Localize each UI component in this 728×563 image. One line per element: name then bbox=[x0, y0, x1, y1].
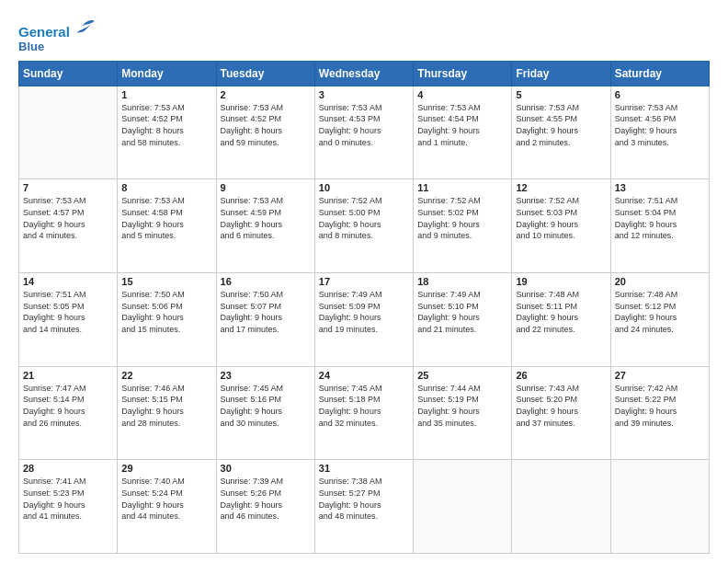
calendar-cell: 14Sunrise: 7:51 AM Sunset: 5:05 PM Dayli… bbox=[19, 273, 118, 367]
day-info: Sunrise: 7:53 AM Sunset: 4:57 PM Dayligh… bbox=[23, 195, 113, 241]
week-row-2: 7Sunrise: 7:53 AM Sunset: 4:57 PM Daylig… bbox=[19, 179, 710, 273]
day-number: 31 bbox=[319, 463, 409, 474]
day-number: 4 bbox=[417, 89, 507, 100]
calendar-cell: 16Sunrise: 7:50 AM Sunset: 5:07 PM Dayli… bbox=[216, 273, 314, 367]
week-row-5: 28Sunrise: 7:41 AM Sunset: 5:23 PM Dayli… bbox=[19, 460, 710, 554]
day-number: 1 bbox=[121, 89, 211, 100]
day-info: Sunrise: 7:53 AM Sunset: 4:54 PM Dayligh… bbox=[417, 102, 507, 148]
weekday-wednesday: Wednesday bbox=[314, 61, 413, 86]
day-number: 7 bbox=[23, 182, 113, 193]
calendar-table: SundayMondayTuesdayWednesdayThursdayFrid… bbox=[18, 61, 710, 554]
day-info: Sunrise: 7:53 AM Sunset: 4:52 PM Dayligh… bbox=[221, 102, 311, 148]
calendar-cell: 25Sunrise: 7:44 AM Sunset: 5:19 PM Dayli… bbox=[414, 366, 512, 460]
day-info: Sunrise: 7:52 AM Sunset: 5:02 PM Dayligh… bbox=[417, 195, 507, 241]
day-number: 22 bbox=[121, 370, 211, 381]
day-info: Sunrise: 7:49 AM Sunset: 5:09 PM Dayligh… bbox=[319, 289, 409, 335]
day-info: Sunrise: 7:43 AM Sunset: 5:20 PM Dayligh… bbox=[516, 383, 606, 429]
day-info: Sunrise: 7:51 AM Sunset: 5:04 PM Dayligh… bbox=[615, 195, 705, 241]
calendar-cell: 10Sunrise: 7:52 AM Sunset: 5:00 PM Dayli… bbox=[314, 179, 413, 273]
day-number: 25 bbox=[417, 370, 507, 381]
calendar-cell bbox=[19, 86, 118, 179]
day-number: 5 bbox=[516, 89, 606, 100]
day-number: 9 bbox=[221, 182, 311, 193]
day-info: Sunrise: 7:40 AM Sunset: 5:24 PM Dayligh… bbox=[121, 476, 211, 522]
day-info: Sunrise: 7:49 AM Sunset: 5:10 PM Dayligh… bbox=[417, 289, 507, 335]
calendar-cell: 8Sunrise: 7:53 AM Sunset: 4:58 PM Daylig… bbox=[118, 179, 216, 273]
calendar-cell: 7Sunrise: 7:53 AM Sunset: 4:57 PM Daylig… bbox=[19, 179, 118, 273]
day-info: Sunrise: 7:50 AM Sunset: 5:06 PM Dayligh… bbox=[121, 289, 211, 335]
day-info: Sunrise: 7:53 AM Sunset: 4:53 PM Dayligh… bbox=[319, 102, 409, 148]
calendar-cell: 15Sunrise: 7:50 AM Sunset: 5:06 PM Dayli… bbox=[118, 273, 216, 367]
day-info: Sunrise: 7:48 AM Sunset: 5:11 PM Dayligh… bbox=[516, 289, 606, 335]
logo-text: General bbox=[18, 17, 96, 40]
day-number: 14 bbox=[23, 276, 113, 287]
calendar-cell: 13Sunrise: 7:51 AM Sunset: 5:04 PM Dayli… bbox=[610, 179, 709, 273]
logo-blue: Blue bbox=[18, 40, 96, 53]
calendar-cell: 20Sunrise: 7:48 AM Sunset: 5:12 PM Dayli… bbox=[610, 273, 709, 367]
day-number: 26 bbox=[516, 370, 606, 381]
day-number: 18 bbox=[417, 276, 507, 287]
day-info: Sunrise: 7:53 AM Sunset: 4:58 PM Dayligh… bbox=[121, 195, 211, 241]
day-info: Sunrise: 7:52 AM Sunset: 5:00 PM Dayligh… bbox=[319, 195, 409, 241]
calendar-cell: 17Sunrise: 7:49 AM Sunset: 5:09 PM Dayli… bbox=[314, 273, 413, 367]
day-number: 17 bbox=[319, 276, 409, 287]
calendar-cell: 24Sunrise: 7:45 AM Sunset: 5:18 PM Dayli… bbox=[314, 366, 413, 460]
day-info: Sunrise: 7:39 AM Sunset: 5:26 PM Dayligh… bbox=[221, 476, 311, 522]
day-number: 28 bbox=[23, 463, 113, 474]
weekday-friday: Friday bbox=[512, 61, 610, 86]
calendar-cell bbox=[512, 460, 610, 554]
calendar-cell: 9Sunrise: 7:53 AM Sunset: 4:59 PM Daylig… bbox=[216, 179, 314, 273]
day-info: Sunrise: 7:41 AM Sunset: 5:23 PM Dayligh… bbox=[23, 476, 113, 522]
weekday-tuesday: Tuesday bbox=[216, 61, 314, 86]
weekday-thursday: Thursday bbox=[414, 61, 512, 86]
day-info: Sunrise: 7:53 AM Sunset: 4:59 PM Dayligh… bbox=[221, 195, 311, 241]
day-info: Sunrise: 7:47 AM Sunset: 5:14 PM Dayligh… bbox=[23, 383, 113, 429]
week-row-4: 21Sunrise: 7:47 AM Sunset: 5:14 PM Dayli… bbox=[19, 366, 710, 460]
calendar-cell: 28Sunrise: 7:41 AM Sunset: 5:23 PM Dayli… bbox=[19, 460, 118, 554]
weekday-saturday: Saturday bbox=[610, 61, 709, 86]
day-info: Sunrise: 7:45 AM Sunset: 5:16 PM Dayligh… bbox=[221, 383, 311, 429]
day-number: 12 bbox=[516, 182, 606, 193]
day-number: 29 bbox=[121, 463, 211, 474]
day-info: Sunrise: 7:53 AM Sunset: 4:52 PM Dayligh… bbox=[121, 102, 211, 148]
day-number: 19 bbox=[516, 276, 606, 287]
day-number: 27 bbox=[615, 370, 705, 381]
calendar-cell: 22Sunrise: 7:46 AM Sunset: 5:15 PM Dayli… bbox=[118, 366, 216, 460]
calendar-cell: 2Sunrise: 7:53 AM Sunset: 4:52 PM Daylig… bbox=[216, 86, 314, 179]
calendar-cell: 30Sunrise: 7:39 AM Sunset: 5:26 PM Dayli… bbox=[216, 460, 314, 554]
header: General Blue bbox=[18, 17, 710, 53]
day-number: 8 bbox=[121, 182, 211, 193]
calendar-cell: 23Sunrise: 7:45 AM Sunset: 5:16 PM Dayli… bbox=[216, 366, 314, 460]
day-info: Sunrise: 7:48 AM Sunset: 5:12 PM Dayligh… bbox=[615, 289, 705, 335]
logo-general: General bbox=[18, 24, 70, 40]
calendar-cell: 21Sunrise: 7:47 AM Sunset: 5:14 PM Dayli… bbox=[19, 366, 118, 460]
day-number: 10 bbox=[319, 182, 409, 193]
calendar-cell: 31Sunrise: 7:38 AM Sunset: 5:27 PM Dayli… bbox=[314, 460, 413, 554]
calendar-cell: 27Sunrise: 7:42 AM Sunset: 5:22 PM Dayli… bbox=[610, 366, 709, 460]
weekday-sunday: Sunday bbox=[19, 61, 118, 86]
day-number: 15 bbox=[121, 276, 211, 287]
day-info: Sunrise: 7:45 AM Sunset: 5:18 PM Dayligh… bbox=[319, 383, 409, 429]
calendar-cell bbox=[610, 460, 709, 554]
day-info: Sunrise: 7:38 AM Sunset: 5:27 PM Dayligh… bbox=[319, 476, 409, 522]
page: General Blue SundayMondayTuesdayWednesda… bbox=[0, 0, 728, 563]
weekday-header-row: SundayMondayTuesdayWednesdayThursdayFrid… bbox=[19, 61, 710, 86]
day-info: Sunrise: 7:53 AM Sunset: 4:56 PM Dayligh… bbox=[615, 102, 705, 148]
day-number: 3 bbox=[319, 89, 409, 100]
calendar-cell: 6Sunrise: 7:53 AM Sunset: 4:56 PM Daylig… bbox=[610, 86, 709, 179]
day-number: 13 bbox=[615, 182, 705, 193]
day-number: 30 bbox=[221, 463, 311, 474]
day-number: 6 bbox=[615, 89, 705, 100]
day-number: 16 bbox=[221, 276, 311, 287]
day-number: 11 bbox=[417, 182, 507, 193]
calendar-cell: 26Sunrise: 7:43 AM Sunset: 5:20 PM Dayli… bbox=[512, 366, 610, 460]
calendar-cell: 12Sunrise: 7:52 AM Sunset: 5:03 PM Dayli… bbox=[512, 179, 610, 273]
calendar-cell: 3Sunrise: 7:53 AM Sunset: 4:53 PM Daylig… bbox=[314, 86, 413, 179]
week-row-1: 1Sunrise: 7:53 AM Sunset: 4:52 PM Daylig… bbox=[19, 86, 710, 179]
day-number: 23 bbox=[221, 370, 311, 381]
day-number: 2 bbox=[221, 89, 311, 100]
logo: General Blue bbox=[18, 17, 96, 53]
calendar-cell: 5Sunrise: 7:53 AM Sunset: 4:55 PM Daylig… bbox=[512, 86, 610, 179]
weekday-monday: Monday bbox=[118, 61, 216, 86]
calendar-cell: 11Sunrise: 7:52 AM Sunset: 5:02 PM Dayli… bbox=[414, 179, 512, 273]
